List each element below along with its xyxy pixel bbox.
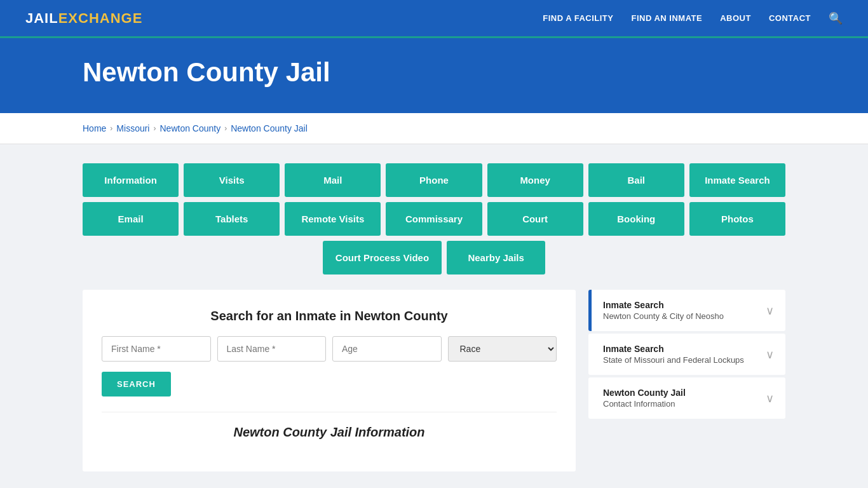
button-grid-row2: Email Tablets Remote Visits Commissary C… [83,202,785,236]
card-subtitle-inmate-state: State of Missouri and Federal Lockups [603,355,744,365]
btn-email[interactable]: Email [83,202,179,236]
page-title: Newton County Jail [83,57,785,88]
info-title: Newton County Jail Information [102,425,557,440]
breadcrumb-sep-2: › [153,124,156,133]
nav-contact[interactable]: CONTACT [769,13,811,23]
breadcrumb-sep-3: › [224,124,227,133]
button-grid-row3: Court Process Video Nearby Jails [83,241,785,274]
card-subtitle-inmate-local: Newton County & City of Neosho [603,311,724,321]
card-title-inmate-local: Inmate Search [603,300,724,310]
nav-about[interactable]: ABOUT [720,13,751,23]
search-button[interactable]: SEARCH [102,372,171,396]
chevron-icon-state: ∨ [766,348,774,362]
breadcrumb-newton-county-jail[interactable]: Newton County Jail [231,123,308,133]
btn-information[interactable]: Information [83,163,179,197]
button-grid-row1: Information Visits Mail Phone Money Bail… [83,163,785,197]
main-content: Information Visits Mail Phone Money Bail… [0,144,868,488]
btn-inmate-search[interactable]: Inmate Search [689,163,785,197]
search-panel: Search for an Inmate in Newton County Ra… [83,290,576,471]
btn-court-process-video[interactable]: Court Process Video [323,241,442,274]
chevron-icon-contact: ∨ [766,391,774,405]
info-section: Newton County Jail Information [102,412,557,440]
btn-bail[interactable]: Bail [588,163,684,197]
btn-phone[interactable]: Phone [386,163,482,197]
breadcrumb-sep-1: › [110,124,112,133]
race-select[interactable]: Race White Black Hispanic Asian Other [448,336,557,362]
sidebar-card-header-inmate-state[interactable]: Inmate Search State of Missouri and Fede… [588,334,785,375]
btn-tablets[interactable]: Tablets [184,202,280,236]
hero-section: Newton County Jail [0,38,868,113]
chevron-icon-local: ∨ [766,304,774,318]
btn-nearby-jails[interactable]: Nearby Jails [447,241,545,274]
btn-commissary[interactable]: Commissary [386,202,482,236]
nav-find-inmate[interactable]: FIND AN INMATE [631,13,702,23]
navbar-links: FIND A FACILITY FIND AN INMATE ABOUT CON… [543,11,843,25]
btn-remote-visits[interactable]: Remote Visits [285,202,381,236]
lower-section: Search for an Inmate in Newton County Ra… [83,290,785,471]
first-name-input[interactable] [102,336,211,362]
sidebar: Inmate Search Newton County & City of Ne… [588,290,785,421]
sidebar-card-header-contact[interactable]: Newton County Jail Contact Information ∨ [588,377,785,419]
logo-jail: JAIL [25,10,58,26]
btn-visits[interactable]: Visits [184,163,280,197]
sidebar-card-inmate-state: Inmate Search State of Missouri and Fede… [588,334,785,375]
age-input[interactable] [332,336,442,362]
btn-money[interactable]: Money [487,163,583,197]
card-title-contact: Newton County Jail [603,388,686,398]
nav-find-facility[interactable]: FIND A FACILITY [543,13,613,23]
breadcrumb-newton-county[interactable]: Newton County [159,123,220,133]
btn-court[interactable]: Court [487,202,583,236]
sidebar-card-contact: Newton County Jail Contact Information ∨ [588,377,785,419]
breadcrumb-home[interactable]: Home [83,123,106,133]
card-subtitle-contact: Contact Information [603,399,686,409]
btn-photos[interactable]: Photos [689,202,785,236]
search-title: Search for an Inmate in Newton County [102,309,557,323]
logo-exchange: EXCHANGE [58,10,143,26]
btn-booking[interactable]: Booking [588,202,684,236]
last-name-input[interactable] [217,336,327,362]
logo[interactable]: JAILEXCHANGE [25,10,142,27]
sidebar-card-header-inmate-local[interactable]: Inmate Search Newton County & City of Ne… [588,290,785,331]
navbar: JAILEXCHANGE FIND A FACILITY FIND AN INM… [0,0,868,38]
breadcrumb: Home › Missouri › Newton County › Newton… [0,113,868,144]
sidebar-card-inmate-local: Inmate Search Newton County & City of Ne… [588,290,785,331]
card-title-inmate-state: Inmate Search [603,344,744,354]
btn-mail[interactable]: Mail [285,163,381,197]
search-fields: Race White Black Hispanic Asian Other [102,336,557,362]
breadcrumb-missouri[interactable]: Missouri [116,123,149,133]
search-icon[interactable]: 🔍 [829,11,843,25]
